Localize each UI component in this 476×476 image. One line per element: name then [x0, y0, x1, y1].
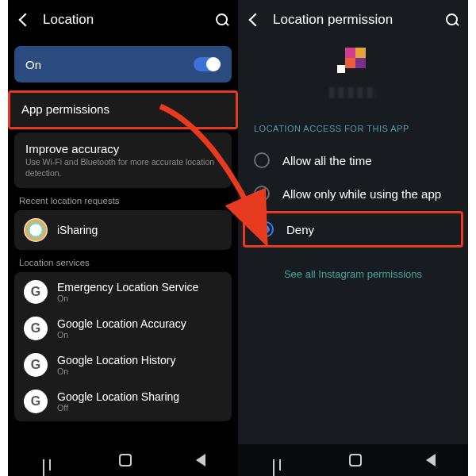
home-nav-icon[interactable]: [119, 454, 132, 466]
radio-icon: [254, 152, 270, 168]
radio-option-allow-always[interactable]: Allow all the time: [241, 144, 465, 176]
list-item-title: Emergency Location Service: [57, 281, 222, 294]
back-icon[interactable]: [249, 13, 263, 27]
toggle-switch-on-icon[interactable]: [194, 57, 221, 71]
list-item-title: Google Location History: [57, 354, 222, 367]
location-master-toggle-row[interactable]: On: [14, 46, 232, 83]
location-services-section-label: Location services: [19, 258, 227, 267]
radio-label: Allow only while using the app: [282, 187, 441, 201]
improve-accuracy-title: Improve accuracy: [25, 142, 221, 155]
list-item[interactable]: G Google Location History On: [14, 347, 232, 383]
page-title: Location: [43, 12, 216, 28]
recents-nav-icon[interactable]: [271, 459, 285, 461]
list-item[interactable]: G Google Location Sharing Off: [14, 383, 232, 420]
search-icon[interactable]: [216, 13, 228, 26]
radio-option-deny[interactable]: Deny: [245, 213, 461, 245]
see-all-permissions-link[interactable]: See all Instagram permissions: [238, 268, 468, 280]
permission-section-header: LOCATION ACCESS FOR THIS APP: [254, 124, 455, 133]
app-permissions-row[interactable]: App permissions: [10, 93, 236, 127]
back-nav-icon[interactable]: [426, 454, 436, 466]
list-item[interactable]: G Emergency Location Service On: [14, 274, 232, 310]
app-icon-pixelated: [337, 48, 369, 79]
list-item[interactable]: iSharing: [14, 212, 232, 248]
list-item-state: On: [57, 330, 222, 340]
improve-accuracy-row[interactable]: Improve accuracy Use Wi-Fi and Bluetooth…: [14, 132, 232, 188]
back-nav-icon[interactable]: [196, 454, 205, 466]
app-permissions-label: App permissions: [21, 102, 225, 116]
android-navbar: [238, 444, 468, 476]
home-nav-icon[interactable]: [349, 454, 362, 466]
radio-icon: [254, 186, 270, 202]
radio-icon-checked: [258, 221, 274, 237]
radio-label: Deny: [286, 223, 314, 236]
list-item-title: Google Location Accuracy: [57, 317, 222, 330]
improve-accuracy-subtitle: Use Wi-Fi and Bluetooth for more accurat…: [25, 157, 221, 178]
google-app-icon: G: [24, 390, 48, 413]
list-item-state: On: [57, 367, 222, 376]
recent-requests-list: iSharing: [14, 210, 232, 250]
radio-label: Allow all the time: [282, 154, 372, 167]
google-app-icon: G: [24, 353, 48, 377]
app-hero: [238, 40, 468, 103]
list-item-title: iSharing: [57, 224, 222, 236]
deny-option-highlight: Deny: [243, 211, 463, 248]
app-permissions-highlight: App permissions: [8, 90, 238, 129]
list-item[interactable]: G Google Location Accuracy On: [14, 310, 232, 347]
radio-option-allow-while-using[interactable]: Allow only while using the app: [241, 178, 465, 209]
header-bar: Location: [8, 0, 238, 40]
android-navbar: [8, 444, 238, 476]
list-item-state: Off: [57, 403, 222, 413]
location-permission-screen: Location permission LOCATION ACCESS FOR …: [238, 0, 468, 476]
list-item-title: Google Location Sharing: [57, 390, 222, 403]
location-services-list: G Emergency Location Service On G Google…: [14, 272, 232, 421]
list-item-state: On: [57, 294, 222, 303]
app-name-obscured: [329, 87, 377, 98]
location-settings-screen: Location On App permissions Improve accu…: [8, 0, 238, 476]
search-icon[interactable]: [446, 13, 459, 26]
google-app-icon: G: [24, 280, 48, 304]
isharing-app-icon: [24, 218, 48, 242]
recents-nav-icon[interactable]: [40, 459, 55, 461]
page-title: Location permission: [273, 12, 446, 28]
toggle-label: On: [25, 58, 194, 71]
header-bar: Location permission: [238, 0, 468, 40]
back-icon[interactable]: [19, 13, 33, 27]
google-app-icon: G: [24, 317, 48, 340]
recent-requests-section-label: Recent location requests: [19, 196, 227, 205]
